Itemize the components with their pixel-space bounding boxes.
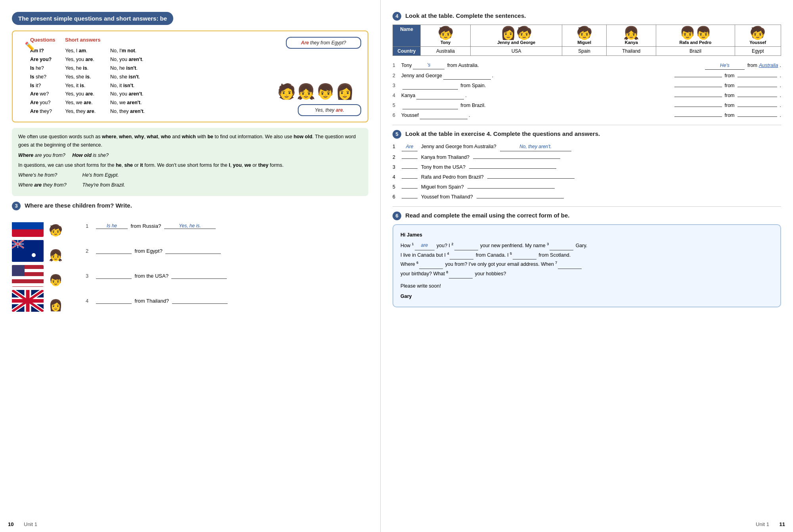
sent-ans-4a[interactable] (674, 97, 722, 97)
sent-blank-3a[interactable] (402, 89, 458, 90)
sent-1-answer: He's from Australia. (704, 61, 781, 70)
email-line-1: How 1are you? I 2 your new penfriend. My… (400, 241, 773, 250)
qa-num-4: 4 (393, 173, 398, 181)
grammar-header: The present simple questions and short a… (12, 12, 173, 25)
sent-ans-3a[interactable] (674, 87, 722, 87)
sent-ans-6a[interactable] (674, 116, 722, 117)
table-header-rafa: 👦👦 Rafa and Pedro (656, 25, 735, 47)
sup-4: 4 (447, 252, 449, 256)
email-box: Hi James How 1are you? I 2 your new penf… (393, 224, 781, 307)
section-3-title: 3 Where are these children from? Write. (12, 202, 368, 210)
notes-text2: In questions, we can use short forms for… (18, 161, 362, 170)
qa-row-4: 4 Rafa and Pedro from Brazil? (393, 173, 781, 181)
sent-ans-5a[interactable] (674, 107, 722, 107)
sent-blank-4a[interactable] (416, 99, 464, 99)
email-greeting: Hi James (400, 231, 773, 240)
blank-q-1: Is he (96, 223, 128, 229)
sent-3-answer: from. (673, 82, 781, 90)
qa-q-4: Rafa and Pedro from Brazil? (421, 173, 484, 181)
sent-ans-3b[interactable] (737, 87, 777, 87)
sent-blank-2a[interactable] (443, 79, 491, 80)
sent-num-6: 6 (393, 111, 398, 119)
kanya-country: Thailand (607, 47, 656, 56)
ex-text-1: Is he from Russia? Yes, he is. (94, 223, 368, 229)
sent-ans-2b[interactable] (737, 77, 777, 77)
qa-row-1: 1 Are Jenny and George from Australia? N… (393, 143, 781, 151)
right-page: 4 Look at the table. Complete the senten… (381, 0, 793, 532)
qa-ans-1: No, they aren't. (500, 143, 571, 151)
blank-a-2[interactable] (165, 254, 221, 254)
qa-ans-3[interactable] (469, 168, 556, 169)
gram-row-1: Am I? Yes, I am. No, I'm not. (30, 47, 266, 55)
qa-ans-6[interactable] (477, 198, 564, 198)
flag-usa (12, 265, 44, 287)
sent-ans-5b[interactable] (737, 107, 777, 107)
gram-row-5: Is it? Yes, it is. No, it isn't. (30, 82, 266, 90)
speech-bubble-top: Are they from Egypt? (286, 37, 361, 49)
australia-flag-svg (12, 240, 44, 262)
flag-australia (12, 240, 44, 262)
gram-row-2: Are you? Yes, you are. No, you aren't. (30, 55, 266, 64)
right-page-num: 11 (780, 521, 785, 527)
sent-5-answer: from. (673, 101, 781, 109)
email-closing2: Gary (400, 292, 773, 301)
grammar-notes: We often use question words such as wher… (12, 128, 368, 196)
blank-q-4[interactable] (96, 303, 132, 304)
table-header-miguel: 🧒 Miguel (562, 25, 607, 47)
section-4: 4 Look at the table. Complete the senten… (393, 12, 781, 119)
blank-e8[interactable] (449, 278, 473, 278)
blank-a-3[interactable] (171, 278, 227, 279)
are-word-bubble1: Are (301, 40, 309, 46)
blank-a-4[interactable] (172, 303, 228, 304)
ex-num-3: 3 (86, 273, 92, 279)
sent-blank-5a[interactable] (402, 109, 458, 109)
sent-num-3: 3 (393, 82, 398, 90)
sup-5: 5 (510, 252, 512, 256)
section-4-num: 4 (393, 12, 401, 21)
sup-3: 3 (547, 242, 549, 246)
sent-4-answer: from. (673, 92, 781, 99)
qa-ans-4[interactable] (487, 178, 575, 179)
country-label: Country (393, 47, 421, 56)
sent-6-answer: from. (673, 111, 781, 119)
jenny-char: 👩🧒 (500, 27, 532, 39)
sent-ans-1b: Australia (759, 61, 778, 69)
email-line-2: I live in Canada but I 4 from Canada. I … (400, 250, 773, 260)
qa-ans-5[interactable] (467, 188, 555, 189)
qa-blank-1: Are (402, 143, 418, 151)
grammar-box: ✏️ Questions Short answers Am I? Yes, I … (12, 31, 368, 122)
flag-char-2: 👧 (12, 240, 83, 262)
sup-1: 1 (412, 242, 414, 246)
blank-q-3[interactable] (96, 278, 132, 279)
section-5-title: 5 Look at the table in exercise 4. Compl… (393, 130, 781, 139)
qa-ans-2[interactable] (473, 158, 560, 159)
qa-blank-2[interactable] (402, 158, 418, 159)
qa-blank-4[interactable] (402, 178, 418, 179)
qa-num-1: 1 (393, 143, 398, 151)
sent-blank-6a[interactable] (420, 119, 467, 119)
sent-ans-6b[interactable] (737, 116, 777, 117)
left-page: The present simple questions and short a… (0, 0, 381, 532)
kanya-char: 👧 (623, 27, 639, 39)
miguel-country: Spain (562, 47, 607, 56)
sent-ans-4b[interactable] (737, 97, 777, 97)
sent-ans-2a[interactable] (674, 77, 722, 77)
section-5: 5 Look at the table in exercise 4. Compl… (393, 130, 781, 200)
grammar-table: Questions Short answers Am I? Yes, I am.… (30, 37, 266, 116)
sent-num-1: 1 (393, 61, 398, 69)
blank-q-2[interactable] (96, 254, 132, 254)
blank-e7[interactable] (558, 269, 582, 269)
qa-blank-6[interactable] (402, 198, 418, 198)
notes-text1: We often use question words such as wher… (18, 133, 362, 150)
qa-blank-3[interactable] (402, 168, 418, 169)
section-4-title: 4 Look at the table. Complete the senten… (393, 12, 781, 21)
gram-row-3: Is he? Yes, he is. No, he isn't. (30, 64, 266, 73)
flag-uk (12, 290, 44, 312)
qa-blank-5[interactable] (402, 188, 418, 189)
sent-3-text: from Spain. (401, 82, 486, 90)
section-5-num: 5 (393, 130, 401, 139)
qa-row-2: 2 Kanya from Thailand? (393, 153, 781, 161)
ex-num-2: 2 (86, 248, 92, 254)
notes-ex1-a: He's from Egypt. (82, 171, 125, 179)
qa-num-5: 5 (393, 183, 398, 191)
